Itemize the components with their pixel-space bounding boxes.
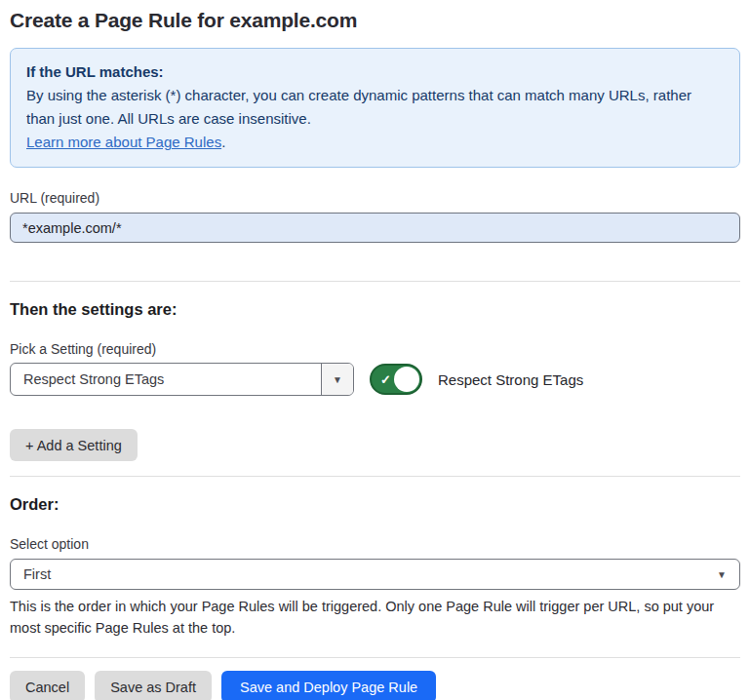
add-setting-button[interactable]: + Add a Setting: [10, 429, 138, 461]
divider: [10, 476, 740, 477]
chevron-down-icon: ▼: [717, 569, 727, 580]
divider: [10, 657, 740, 658]
info-box-body: By using the asterisk (*) character, you…: [26, 84, 724, 131]
learn-more-link[interactable]: Learn more about Page Rules: [26, 134, 221, 150]
setting-row: Respect Strong ETags ▼ ✓ Respect Strong …: [10, 363, 740, 396]
order-help-text: This is the order in which your Page Rul…: [10, 596, 736, 639]
url-input[interactable]: [10, 213, 740, 243]
order-select-label: Select option: [10, 536, 740, 552]
page-title: Create a Page Rule for example.com: [10, 0, 740, 32]
settings-section-heading: Then the settings are:: [10, 300, 740, 319]
page-rule-form: Create a Page Rule for example.com If th…: [0, 0, 750, 700]
footer-actions: Cancel Save as Draft Save and Deploy Pag…: [10, 671, 740, 700]
setting-select-arrow-button[interactable]: ▼: [321, 364, 353, 395]
cancel-button[interactable]: Cancel: [10, 671, 85, 700]
toggle-label: Respect Strong ETags: [438, 371, 583, 388]
order-select[interactable]: First ▼: [10, 559, 740, 590]
save-and-deploy-button[interactable]: Save and Deploy Page Rule: [221, 671, 436, 700]
info-box-heading: If the URL matches:: [26, 60, 724, 84]
setting-select-value: Respect Strong ETags: [11, 364, 321, 395]
order-section-heading: Order:: [10, 495, 740, 514]
save-as-draft-button[interactable]: Save as Draft: [95, 671, 212, 700]
check-icon: ✓: [380, 373, 391, 386]
link-suffix: .: [221, 134, 225, 150]
setting-toggle[interactable]: ✓: [370, 364, 422, 395]
url-field-label: URL (required): [10, 190, 740, 206]
pick-setting-label: Pick a Setting (required): [10, 341, 740, 357]
url-matches-info-box: If the URL matches: By using the asteris…: [10, 48, 740, 168]
toggle-knob: [394, 367, 419, 392]
setting-select[interactable]: Respect Strong ETags ▼: [10, 363, 354, 396]
dropdown-arrow-icon: ▼: [333, 374, 342, 385]
divider: [10, 281, 740, 282]
info-box-link-line: Learn more about Page Rules.: [26, 131, 724, 154]
order-select-value: First: [23, 566, 51, 582]
